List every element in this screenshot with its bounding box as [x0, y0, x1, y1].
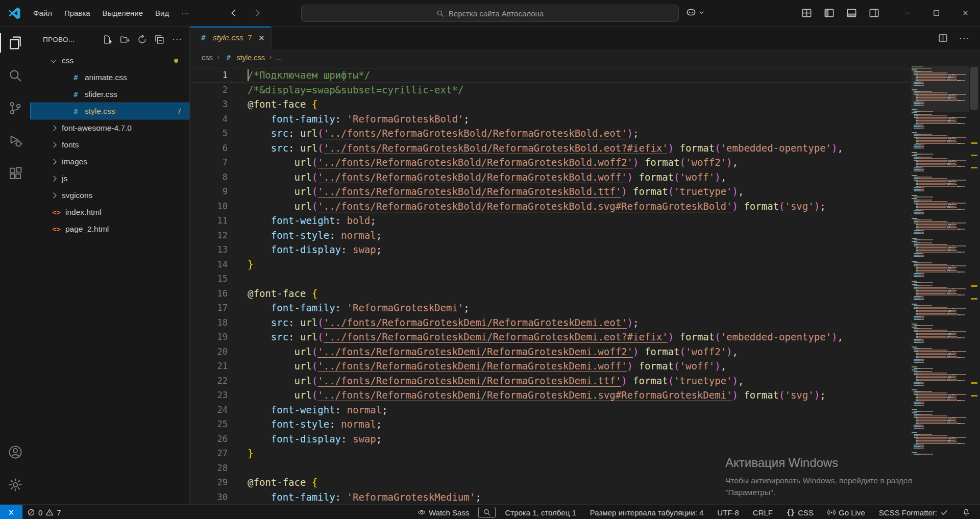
menu-item-0[interactable]: Файл [27, 6, 58, 20]
toggle-sidebar-left-icon[interactable] [824, 8, 835, 18]
tree-item-slider-css[interactable]: #slider.css [30, 86, 189, 103]
more-actions-icon[interactable]: ··· [959, 33, 970, 43]
code-line[interactable]: 25 font-style: normal; [190, 417, 912, 432]
zoom-status[interactable] [478, 507, 496, 518]
code-line[interactable]: 22 url('../fonts/ReformaGroteskDemi/Refo… [190, 374, 912, 388]
toggle-sidebar-right-icon[interactable] [869, 8, 879, 18]
code-line[interactable]: 13 font-display: swap; [190, 242, 912, 257]
code-line[interactable]: 3@font-face { [190, 97, 912, 112]
line-number: 9 [190, 186, 228, 196]
minimap-token [956, 181, 957, 182]
menu-item-3[interactable]: Вид [149, 6, 175, 20]
code-line[interactable]: 27} [190, 446, 912, 461]
eol-status[interactable]: CRLF [748, 505, 777, 519]
activity-extensions[interactable] [0, 157, 30, 190]
tree-item-animate-css[interactable]: #animate.css [30, 69, 189, 86]
tree-item-font-awesome-4-7-0[interactable]: font-awesome-4.7.0 [30, 119, 189, 136]
code-line[interactable]: 15 [190, 271, 912, 286]
code-line[interactable]: 26 font-display: swap; [190, 432, 912, 447]
notifications-status[interactable] [958, 505, 975, 519]
scrollbar-slider[interactable] [970, 67, 978, 110]
scrollbar[interactable] [969, 66, 980, 504]
tab-style-css[interactable]: # style.css 7 × [190, 27, 272, 49]
cursor-position-status[interactable]: Строка 1, столбец 1 [500, 505, 580, 519]
minimap-token [918, 422, 946, 423]
menu-item-1[interactable]: Правка [58, 6, 96, 20]
code-line[interactable]: 2/*&display=swap&subset=cyrillic-ext*/ [190, 83, 912, 97]
code-line[interactable]: 6 src: url('../fonts/ReformaGroteskBold/… [190, 141, 912, 156]
breadcrumb-item-1[interactable]: style.css [236, 54, 265, 62]
code-line[interactable]: 23 url('../fonts/ReformaGroteskDemi/Refo… [190, 388, 912, 403]
code-line[interactable]: 24 font-weight: normal; [190, 403, 912, 417]
scss-formatter-status[interactable]: SCSS Formatter: [874, 505, 953, 519]
activity-run-debug[interactable] [0, 125, 30, 157]
activity-explorer[interactable] [0, 27, 30, 59]
activity-settings[interactable] [0, 468, 30, 501]
code-line[interactable]: 9 url('../fonts/ReformaGroteskBold/Refor… [190, 184, 912, 199]
activity-accounts[interactable] [0, 436, 30, 468]
warning-mark [971, 142, 977, 144]
code-line[interactable]: 5 src: url('../fonts/ReformaGroteskBold/… [190, 126, 912, 141]
problems-indicator[interactable]: 0 7 [22, 505, 66, 519]
close-tab-icon[interactable]: × [259, 33, 265, 43]
tree-item-fonts[interactable]: fonts [30, 136, 189, 153]
more-icon[interactable]: ··· [172, 37, 182, 42]
indentation-status[interactable]: Размер интервала табуляции: 4 [585, 505, 708, 519]
minimap[interactable] [912, 66, 969, 504]
code-line[interactable]: 30 font-family: 'ReformaGroteskMedium'; [190, 490, 912, 505]
go-live-status[interactable]: Go Live [823, 505, 870, 519]
code-line[interactable]: 29@font-face { [190, 475, 912, 490]
code-line[interactable]: 10 url('../fonts/ReformaGroteskBold/Refo… [190, 199, 912, 214]
code-line[interactable]: 14} [190, 257, 912, 272]
code-token: '../fonts/ReformaGroteskBold/ReformaGrot… [324, 128, 627, 139]
forward-arrow-icon[interactable] [253, 8, 262, 18]
editor-layout-icon[interactable] [801, 8, 812, 18]
toggle-panel-icon[interactable] [846, 8, 857, 18]
code-editor[interactable]: 1/*Подключаем шрифты*/2/*&display=swap&s… [190, 66, 980, 504]
code-line[interactable]: 17 font-family: 'ReformaGroteskDemi'; [190, 301, 912, 315]
code-line[interactable]: 16@font-face { [190, 286, 912, 301]
code-line[interactable]: 20 url('../fonts/ReformaGroteskDemi/Refo… [190, 344, 912, 359]
encoding-status[interactable]: UTF-8 [713, 505, 744, 519]
copilot-menu[interactable] [686, 7, 705, 17]
back-arrow-icon[interactable] [229, 8, 238, 18]
tree-item-style-css[interactable]: #style.css7 [30, 103, 189, 119]
code-line[interactable]: 18 src: url('../fonts/ReformaGroteskDemi… [190, 315, 912, 330]
breadcrumb-item-0[interactable]: css [202, 54, 213, 62]
new-folder-icon[interactable] [120, 35, 130, 44]
code-token: 'truetype' [674, 375, 732, 386]
code-line[interactable]: 7 url('../fonts/ReformaGroteskBold/Refor… [190, 155, 912, 170]
minimize-button[interactable] [893, 0, 922, 26]
code-line[interactable]: 21 url('../fonts/ReformaGroteskDemi/Refo… [190, 359, 912, 374]
watch-sass-status[interactable]: Watch Sass [413, 505, 474, 519]
menu-item-4[interactable]: ··· [175, 6, 195, 20]
tree-item-page-2-html[interactable]: <>page_2.html [30, 220, 189, 237]
tree-item-css[interactable]: css [30, 52, 189, 69]
code-line[interactable]: 28 [190, 461, 912, 476]
code-line[interactable]: 11 font-weight: bold; [190, 213, 912, 228]
code-token: url [295, 201, 312, 212]
maximize-button[interactable] [922, 0, 951, 26]
code-line[interactable]: 4 font-family: 'ReformaGroteskBold'; [190, 112, 912, 127]
code-line[interactable]: 1/*Подключаем шрифты*/ [190, 68, 912, 83]
language-mode-status[interactable]: {}CSS [782, 505, 818, 519]
menu-item-2[interactable]: Выделение [96, 6, 149, 20]
activity-source-control[interactable] [0, 92, 30, 125]
code-line[interactable]: 19 src: url('../fonts/ReformaGroteskDemi… [190, 330, 912, 344]
collapse-all-icon[interactable] [155, 35, 164, 44]
code-line[interactable]: 12 font-style: normal; [190, 228, 912, 243]
command-center-search[interactable]: Верстка сайта Автосалона [301, 5, 679, 22]
minimap-token [923, 128, 924, 129]
code-line[interactable]: 8 url('../fonts/ReformaGroteskBold/Refor… [190, 170, 912, 185]
tree-item-index-html[interactable]: <>index.html [30, 204, 189, 220]
activity-search[interactable] [0, 59, 30, 92]
new-file-icon[interactable] [103, 35, 112, 44]
close-button[interactable] [951, 0, 980, 26]
tree-item-svgicons[interactable]: svgicons [30, 187, 189, 204]
split-editor-icon[interactable] [938, 33, 948, 43]
refresh-icon[interactable] [137, 35, 147, 44]
breadcrumb-item-2[interactable]: ... [276, 54, 282, 62]
tree-item-images[interactable]: images [30, 153, 189, 170]
remote-indicator[interactable] [0, 505, 22, 519]
tree-item-js[interactable]: js [30, 170, 189, 187]
